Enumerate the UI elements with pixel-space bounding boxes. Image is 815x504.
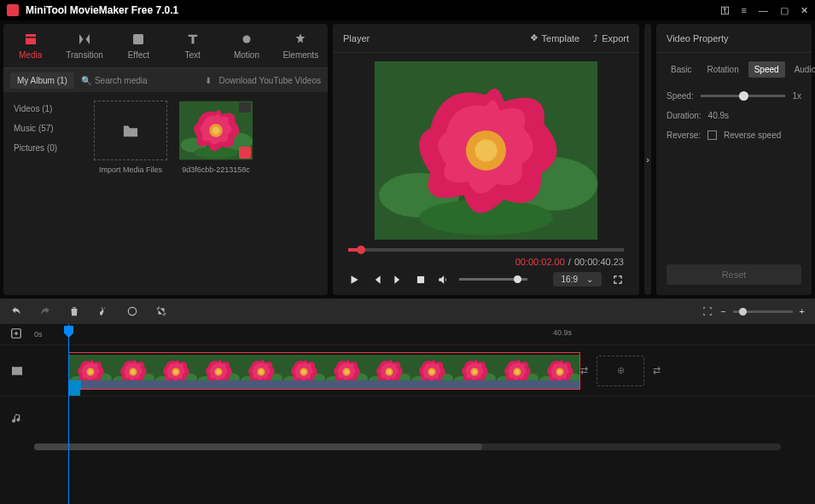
timeline-scrollbar[interactable] [34,443,781,450]
delete-button[interactable] [68,305,80,317]
transition-arrow-icon[interactable]: ⇄ [653,365,661,376]
tab-media[interactable]: Media [3,24,57,67]
speed-value: 1x [792,91,801,101]
zoom-in-button[interactable]: + [800,306,805,316]
selected-check-icon [239,147,251,159]
upgrade-key-icon[interactable]: ⚿ [720,5,730,15]
search-icon: 🔍 [81,76,91,85]
prop-tab-speed[interactable]: Speed [748,61,785,78]
add-track-button[interactable] [10,327,22,341]
prop-tab-audio[interactable]: Audio [789,61,815,78]
reverse-checkbox[interactable] [707,130,717,140]
search-placeholder: Search media [95,76,148,85]
svg-point-7 [242,36,250,43]
time-ruler[interactable]: 0s 40.9s [0,324,815,345]
next-frame-button[interactable] [393,274,405,286]
tab-effect-label: Effect [128,50,149,60]
clip-name-label: 9d3f6cbb-2213158c [179,165,253,174]
menu-icon[interactable]: ≡ [742,5,747,15]
crop-button[interactable] [155,305,167,317]
zoom-out-button[interactable]: − [720,306,725,316]
zoom-slider[interactable] [733,310,793,313]
volume-button[interactable] [437,274,449,286]
tab-text[interactable]: Text [166,24,219,67]
property-title: Video Property [667,33,729,43]
prop-tab-rotation[interactable]: Rotation [701,61,744,78]
duration-label: Duration: [667,111,701,120]
prev-frame-button[interactable] [370,274,382,286]
audio-track-icon [10,412,24,426]
fit-zoom-button[interactable] [701,305,713,317]
sidebar-item-videos[interactable]: Videos (1) [10,99,79,119]
search-input[interactable]: 🔍 Search media [81,76,199,85]
ruler-end: 40.9s [553,328,572,337]
svg-rect-12 [12,367,14,374]
tab-media-label: Media [19,50,42,60]
sidebar-item-pictures[interactable]: Pictures (0) [10,138,79,158]
play-button[interactable] [348,274,360,286]
titlebar: MiniTool MovieMaker Free 7.0.1 ⚿ ≡ — ▢ ✕ [0,0,815,20]
speed-label: Speed: [667,91,694,101]
video-track-icon [10,364,24,378]
tab-transition[interactable]: Transition [57,24,111,67]
reset-button[interactable]: Reset [667,264,801,285]
stop-button[interactable] [415,274,427,286]
property-panel: Video Property Basic Rotation Speed Audi… [656,24,812,295]
tab-motion-label: Motion [234,50,259,60]
tab-elements[interactable]: Elements [274,24,328,67]
collapse-property-button[interactable]: › [644,24,651,295]
fullscreen-button[interactable] [612,274,624,286]
playback-progress[interactable] [348,248,624,252]
app-title: MiniTool MovieMaker Free 7.0.1 [26,4,713,16]
duration-value: 40.9s [708,111,729,120]
transition-arrow-icon[interactable]: ⇄ [580,365,588,376]
export-button[interactable]: ⤴Export [593,33,629,43]
template-icon: ❖ [530,32,538,43]
minimize-icon[interactable]: — [759,5,768,15]
tab-elements-label: Elements [282,50,318,60]
export-icon: ⤴ [593,33,598,43]
album-selector[interactable]: My Album (1) [10,72,74,89]
tab-text-label: Text [184,50,200,60]
close-icon[interactable]: ✕ [800,5,808,16]
import-media-label: Import Media Files [94,165,167,174]
volume-slider[interactable] [459,278,527,281]
reverse-label: Reverse: [667,130,701,140]
media-panel: Media Transition Effect Text Motion Elem… [3,24,328,295]
chevron-down-icon: ⌄ [586,275,593,284]
download-youtube-link[interactable]: Download YouTube Videos [218,76,321,85]
speed-slider[interactable] [701,95,786,97]
undo-button[interactable] [10,305,22,317]
transition-slot[interactable]: ⊕ [597,356,644,386]
redo-button[interactable] [39,305,51,317]
sidebar-item-music[interactable]: Music (57) [10,119,79,138]
tab-motion[interactable]: Motion [219,24,273,67]
video-preview[interactable] [348,61,624,240]
speed-button[interactable] [126,305,138,317]
app-logo [7,4,19,16]
player-title: Player [343,33,370,43]
player-panel: Player ❖Template ⤴Export 00:00:02.00 / 0… [333,24,639,295]
duration-time: 00:00:40.23 [574,257,624,267]
svg-rect-8 [417,275,424,282]
clip-split-marker[interactable] [68,384,80,396]
svg-rect-13 [20,367,22,374]
media-clip-tile[interactable]: 9d3f6cbb-2213158c [179,101,253,174]
import-media-tile[interactable]: Import Media Files [94,101,167,174]
tab-effect[interactable]: Effect [112,24,166,67]
svg-rect-6 [133,34,143,44]
playhead[interactable] [68,324,69,504]
audio-track[interactable] [34,397,815,440]
tab-transition-label: Transition [66,50,103,60]
clip-audio-strip [69,380,579,389]
maximize-icon[interactable]: ▢ [780,5,789,16]
prop-tab-basic[interactable]: Basic [665,61,697,78]
reverse-check-label: Reverse speed [724,130,781,140]
aspect-ratio-select[interactable]: 16:9⌄ [553,272,602,287]
current-time: 00:00:02.00 [515,257,565,267]
ruler-start: 0s [34,330,43,339]
template-button[interactable]: ❖Template [530,32,580,43]
timeline-video-clip[interactable] [68,352,580,390]
video-badge-icon [239,102,251,113]
split-button[interactable] [97,305,109,317]
